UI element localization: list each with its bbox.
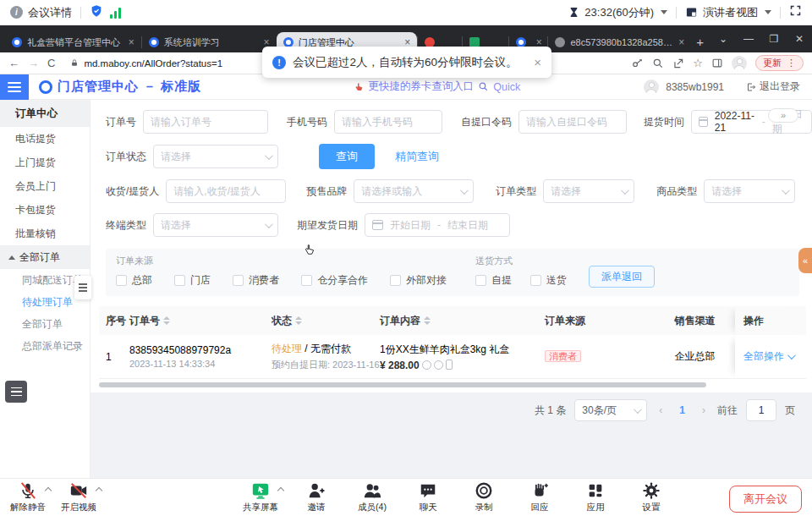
browser-profile-avatar[interactable] bbox=[732, 56, 747, 71]
sort-icon[interactable] bbox=[163, 316, 170, 325]
phone-input[interactable] bbox=[334, 110, 442, 134]
order-no-label: 订单号 bbox=[106, 115, 136, 129]
start-video-label: 开启视频 bbox=[61, 502, 96, 513]
restore-button[interactable]: ❐ bbox=[761, 25, 787, 52]
all-actions-dropdown[interactable]: 全部操作 bbox=[743, 349, 793, 364]
network-signal-icon[interactable] bbox=[110, 7, 121, 19]
order-type-select[interactable]: 请选择 bbox=[543, 179, 634, 203]
chevron-down-icon bbox=[782, 186, 790, 195]
chrome-update-button[interactable]: 更新 ⋮ bbox=[755, 55, 804, 71]
checkbox-self-pickup[interactable]: 自提 bbox=[475, 273, 512, 288]
apps-button[interactable]: 应用 bbox=[576, 481, 615, 513]
promo-link[interactable]: 更快捷的券卡查询入口 Quick bbox=[354, 80, 520, 94]
tab-title: 系统培训学习 bbox=[164, 36, 220, 49]
browser-tab[interactable]: 系统培训学习 × bbox=[142, 32, 277, 52]
sidebar-item-door-pickup[interactable]: 上门提货 bbox=[0, 151, 90, 174]
goto-page-input[interactable] bbox=[746, 399, 776, 421]
tab-close-icon[interactable]: × bbox=[129, 36, 134, 48]
meeting-timer[interactable]: 23:32(60分钟) bbox=[568, 5, 667, 20]
shield-icon[interactable] bbox=[90, 4, 103, 21]
receiver-input[interactable] bbox=[166, 179, 286, 203]
fullscreen-icon[interactable] bbox=[789, 4, 802, 20]
sort-icon[interactable] bbox=[424, 316, 431, 325]
side-panel-icon[interactable] bbox=[711, 58, 723, 69]
checkbox-external[interactable]: 外部对接 bbox=[390, 273, 447, 288]
terminal-type-select[interactable]: 请选择 bbox=[153, 213, 278, 237]
checkbox-warehouse-share[interactable]: 仓分享合作 bbox=[301, 273, 368, 288]
sidebar-drag-handle[interactable] bbox=[74, 276, 91, 299]
search-button[interactable]: 查询 bbox=[319, 144, 375, 169]
meeting-details[interactable]: i 会议详情 bbox=[10, 5, 72, 20]
tab-close-icon[interactable]: × bbox=[678, 36, 684, 48]
start-video-button[interactable]: 开启视频 bbox=[59, 481, 98, 513]
prev-page-button[interactable]: ‹ bbox=[656, 404, 666, 416]
goods-type-select[interactable]: 请选择 bbox=[704, 179, 795, 203]
next-page-button[interactable]: › bbox=[699, 404, 709, 416]
checkbox-consumer[interactable]: 消费者 bbox=[233, 273, 279, 288]
share-icon[interactable] bbox=[672, 58, 684, 69]
brand-label: 预售品牌 bbox=[306, 184, 347, 199]
col-order-no[interactable]: 订单号 bbox=[129, 314, 272, 328]
chat-button[interactable]: 聊天 bbox=[409, 481, 447, 513]
expand-caret-icon[interactable] bbox=[45, 487, 52, 494]
browser-tab[interactable]: e8c573980b1328a258fd2e6f8 × bbox=[548, 32, 691, 52]
settings-button[interactable]: 设置 bbox=[632, 481, 671, 513]
tab-search-icon[interactable]: ⌄ bbox=[710, 25, 736, 52]
right-panel-handle[interactable]: « bbox=[798, 248, 812, 273]
toast-close-icon[interactable]: × bbox=[534, 55, 541, 69]
chat-label: 聊天 bbox=[420, 502, 437, 513]
expect-date-range[interactable]: 开始日期 - 结束日期 bbox=[365, 213, 510, 237]
status-select[interactable]: 请选择 bbox=[153, 145, 278, 168]
record-button[interactable]: 录制 bbox=[464, 481, 503, 513]
forward-icon[interactable]: → bbox=[28, 57, 39, 69]
table-row[interactable]: 1 83859345088979792a 2023-11-13 14:33:34… bbox=[99, 335, 806, 379]
sidebar-item-hq-dispatch-log[interactable]: 总部派单记录 bbox=[0, 335, 90, 357]
checkbox-store[interactable]: 门店 bbox=[174, 273, 211, 288]
simple-search-link[interactable]: 精简查询 bbox=[395, 149, 439, 164]
expand-caret-icon[interactable] bbox=[277, 487, 284, 494]
sort-icon[interactable] bbox=[295, 316, 302, 325]
view-mode-switch[interactable]: 演讲者视图 bbox=[685, 5, 771, 20]
password-key-icon[interactable] bbox=[632, 58, 644, 69]
sidebar-item-all-orders[interactable]: 全部订单 bbox=[0, 313, 90, 335]
mouse-cursor bbox=[304, 243, 315, 256]
logout-button[interactable]: 退出登录 bbox=[746, 80, 800, 94]
order-no-input[interactable] bbox=[143, 110, 268, 134]
brand-select[interactable]: 请选择或输入 bbox=[354, 179, 474, 203]
page-size-select[interactable]: 30条/页 bbox=[574, 399, 647, 421]
reload-icon[interactable]: C bbox=[47, 57, 55, 69]
sidebar-item-card-pickup[interactable]: 卡包提货 bbox=[0, 198, 90, 222]
tab-title: e8c573980b1328a258fd2e6f8 bbox=[570, 37, 673, 47]
quick-label[interactable]: Quick bbox=[493, 81, 520, 93]
col-status[interactable]: 状态 bbox=[272, 314, 380, 328]
invite-button[interactable]: 邀请 bbox=[297, 481, 336, 513]
collapse-filters-button[interactable]: » bbox=[768, 108, 798, 123]
sidebar-item-phone-pickup[interactable]: 电话提货 bbox=[0, 127, 90, 151]
task-list-button[interactable] bbox=[5, 381, 27, 403]
new-tab-button[interactable]: + bbox=[696, 35, 704, 49]
back-icon[interactable]: ← bbox=[8, 57, 19, 69]
browser-tab[interactable]: 礼盒营销平台管理中心 × bbox=[5, 32, 141, 52]
checkbox-hq[interactable]: 总部 bbox=[116, 273, 152, 288]
share-screen-button[interactable]: 共享屏幕 bbox=[241, 481, 280, 513]
minimize-button[interactable]: — bbox=[736, 25, 761, 52]
sidebar-group-all-orders[interactable]: 全部订单 bbox=[0, 245, 90, 269]
current-page[interactable]: 1 bbox=[674, 404, 690, 416]
checkbox-delivery[interactable]: 送货 bbox=[530, 273, 567, 288]
close-window-button[interactable]: ✕ bbox=[787, 25, 812, 52]
sidebar-item-member-visit[interactable]: 会员上门 bbox=[0, 174, 90, 198]
members-button[interactable]: 成员(4) bbox=[353, 481, 392, 513]
sidebar-item-batch-verify[interactable]: 批量核销 bbox=[0, 222, 90, 245]
reactions-button[interactable]: 回应 bbox=[520, 481, 559, 513]
sidebar-toggle-button[interactable] bbox=[0, 74, 29, 100]
dispatch-return-button[interactable]: 派单退回 bbox=[589, 266, 655, 288]
unmute-button[interactable]: 解除静音 bbox=[8, 481, 47, 513]
leave-meeting-button[interactable]: 离开会议 bbox=[729, 486, 802, 513]
horizontal-scrollbar[interactable] bbox=[99, 382, 706, 387]
user-avatar[interactable] bbox=[644, 80, 659, 95]
zoom-icon[interactable] bbox=[652, 58, 664, 69]
bookmark-star-icon[interactable]: ☆ bbox=[693, 57, 703, 69]
col-content[interactable]: 订单内容 bbox=[380, 314, 545, 328]
code-input[interactable] bbox=[518, 110, 627, 134]
expand-caret-icon[interactable] bbox=[96, 487, 102, 494]
